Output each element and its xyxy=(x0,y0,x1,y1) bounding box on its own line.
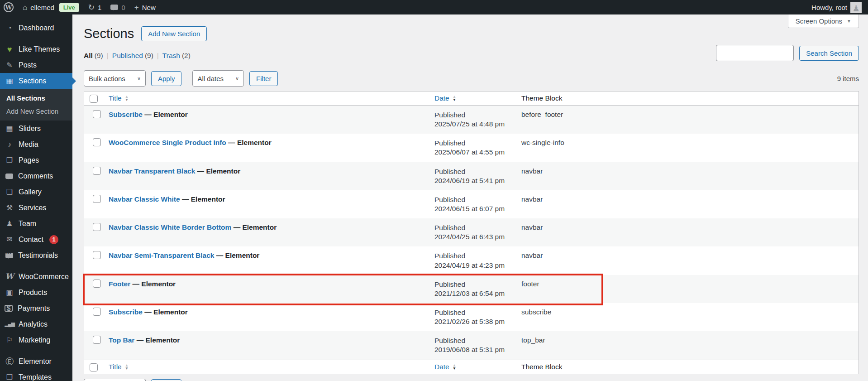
select-all-checkbox[interactable] xyxy=(90,363,98,371)
account-menu[interactable]: Howdy, root ♟ xyxy=(811,2,862,13)
sidebar-item-services[interactable]: ⚒Services xyxy=(0,200,72,216)
bulk-actions-select[interactable]: Bulk actions ∨ xyxy=(84,70,146,87)
sidebar-item-analytics[interactable]: ▂▄▆Analytics xyxy=(0,316,72,332)
view-filter-label[interactable]: Published xyxy=(112,52,143,59)
post-state: — Elementor xyxy=(197,167,241,175)
row-title-link[interactable]: Footer xyxy=(109,280,130,288)
bulk-actions-select-bottom[interactable]: Bulk actions ∨ xyxy=(84,379,146,381)
sidebar-item-dashboard[interactable]: ◔Dashboard xyxy=(0,20,72,36)
sort-by-date[interactable]: Date ▲▼ xyxy=(434,363,456,371)
sidebar-item-label: Templates xyxy=(19,373,52,381)
view-filter-label[interactable]: Trash xyxy=(162,52,180,59)
row-title-link[interactable]: WooCommerce Single Product Info xyxy=(109,139,226,146)
all-dates-select[interactable]: All dates ∨ xyxy=(192,70,244,87)
view-filters: All(9)|Published(9)|Trash(2) xyxy=(84,52,191,60)
view-filter-all[interactable]: All(9) xyxy=(84,52,103,60)
row-checkbox[interactable] xyxy=(93,308,101,316)
page-title: Sections xyxy=(84,26,134,41)
row-date: 2019/06/08 at 5:31 pm xyxy=(434,346,505,353)
sidebar-item-pages[interactable]: ❐Pages xyxy=(0,152,72,168)
search-box: Search Section xyxy=(716,45,859,61)
sidebar-item-label: Services xyxy=(19,204,46,212)
sidebar-subitem-add-new-section[interactable]: Add New Section xyxy=(0,105,72,118)
sidebar-item-media[interactable]: ♪Media xyxy=(0,136,72,152)
sidebar-item-like-themes[interactable]: ♥Like Themes xyxy=(0,41,72,57)
unread-count-badge: 1 xyxy=(49,235,58,244)
row-checkbox[interactable] xyxy=(93,138,101,146)
comments-button[interactable]: 0 xyxy=(110,4,125,11)
sort-by-title[interactable]: Title ▲▼ xyxy=(109,363,129,371)
view-filter-count: (9) xyxy=(145,52,153,59)
view-filter-trash[interactable]: Trash(2) xyxy=(162,52,191,60)
analytics-icon: ▂▄▆ xyxy=(5,322,14,327)
post-state: — Elementor xyxy=(144,308,188,316)
site-menu[interactable]: ⌂ ellemed Live xyxy=(23,3,79,12)
payments-icon: $ xyxy=(5,305,13,312)
sort-icons: ▲▼ xyxy=(453,364,456,370)
screen-options-button[interactable]: Screen Options ▼ xyxy=(788,14,859,28)
row-checkbox[interactable] xyxy=(93,251,101,259)
apply-button-bottom[interactable]: Apply xyxy=(151,379,182,381)
update-icon: ↻ xyxy=(88,4,95,11)
add-new-section-button[interactable]: Add New Section xyxy=(141,26,207,41)
row-checkbox[interactable] xyxy=(93,167,101,175)
view-filter-count: (2) xyxy=(182,52,191,59)
chevron-down-icon: ∨ xyxy=(235,76,239,82)
row-checkbox[interactable] xyxy=(93,195,101,203)
menu-separator xyxy=(0,348,72,353)
view-filter-count: (9) xyxy=(95,52,103,59)
filter-button[interactable]: Filter xyxy=(249,71,278,86)
row-title-link[interactable]: Navbar Transparent Black xyxy=(109,167,195,175)
sidebar-item-payments[interactable]: $Payments xyxy=(0,300,72,316)
sort-by-date[interactable]: Date ▲▼ xyxy=(434,94,456,102)
updates-button[interactable]: ↻ 1 xyxy=(88,4,102,11)
sidebar-item-team[interactable]: ♟Team xyxy=(0,216,72,231)
screen-options-label: Screen Options xyxy=(796,17,842,25)
row-theme-block: navbar xyxy=(517,218,858,246)
sidebar-item-comments[interactable]: Comments xyxy=(0,168,72,184)
menu-separator xyxy=(0,263,72,269)
sidebar-item-gallery[interactable]: ❏Gallery xyxy=(0,184,72,200)
sidebar-item-testimonials[interactable]: Testimonials xyxy=(0,247,72,263)
row-title-link[interactable]: Navbar Semi-Transparent Black xyxy=(109,251,214,259)
sidebar-item-elementor[interactable]: ⒺElementor xyxy=(0,353,72,369)
apply-button-top[interactable]: Apply xyxy=(151,71,182,86)
row-title-link[interactable]: Subscribe xyxy=(109,111,143,118)
sort-by-title[interactable]: Title ▲▼ xyxy=(109,94,129,102)
new-content-button[interactable]: + New xyxy=(134,4,156,11)
sidebar-item-sliders[interactable]: ▤Sliders xyxy=(0,121,72,136)
select-all-checkbox[interactable] xyxy=(90,95,98,103)
row-checkbox[interactable] xyxy=(93,280,101,288)
row-checkbox[interactable] xyxy=(93,336,101,344)
table-row: Subscribe — ElementorPublished2025/07/25… xyxy=(84,106,858,134)
row-title-link[interactable]: Top Bar xyxy=(109,336,134,344)
row-title-link[interactable]: Navbar Classic White Border Bottom xyxy=(109,223,231,231)
templates-icon: ❒ xyxy=(5,374,14,381)
sidebar-item-products[interactable]: ▣Products xyxy=(0,285,72,300)
woocommerce-icon: W xyxy=(5,273,14,280)
wordpress-logo-icon[interactable]: W xyxy=(4,2,14,12)
row-theme-block: navbar xyxy=(517,162,858,190)
row-status: Published xyxy=(434,337,465,344)
sidebar-subitem-all-sections[interactable]: All Sections xyxy=(0,92,72,105)
row-date: 2024/06/19 at 5:41 pm xyxy=(434,177,505,184)
row-title-link[interactable]: Subscribe xyxy=(109,308,143,316)
row-checkbox[interactable] xyxy=(93,223,101,231)
row-status: Published xyxy=(434,168,465,175)
sidebar-item-contact[interactable]: ✉Contact1 xyxy=(0,231,72,247)
row-date: 2021/12/03 at 6:54 pm xyxy=(434,289,505,297)
view-filter-published[interactable]: Published(9) xyxy=(112,52,153,60)
row-status: Published xyxy=(434,252,465,260)
sidebar-item-sections[interactable]: ▦Sections xyxy=(0,73,72,89)
sidebar-item-templates[interactable]: ❒Templates xyxy=(0,369,72,381)
like-themes-icon: ♥ xyxy=(5,45,14,53)
search-input[interactable] xyxy=(716,45,794,61)
theme-block-column-header: Theme Block xyxy=(517,360,858,374)
separator: | xyxy=(157,52,159,60)
row-checkbox[interactable] xyxy=(93,110,101,118)
search-section-button[interactable]: Search Section xyxy=(799,46,859,61)
sidebar-item-woocommerce[interactable]: WWooCommerce xyxy=(0,269,72,285)
sidebar-item-posts[interactable]: ✎Posts xyxy=(0,57,72,73)
sidebar-item-marketing[interactable]: ⚐Marketing xyxy=(0,332,72,348)
row-title-link[interactable]: Navbar Classic White xyxy=(109,195,180,203)
